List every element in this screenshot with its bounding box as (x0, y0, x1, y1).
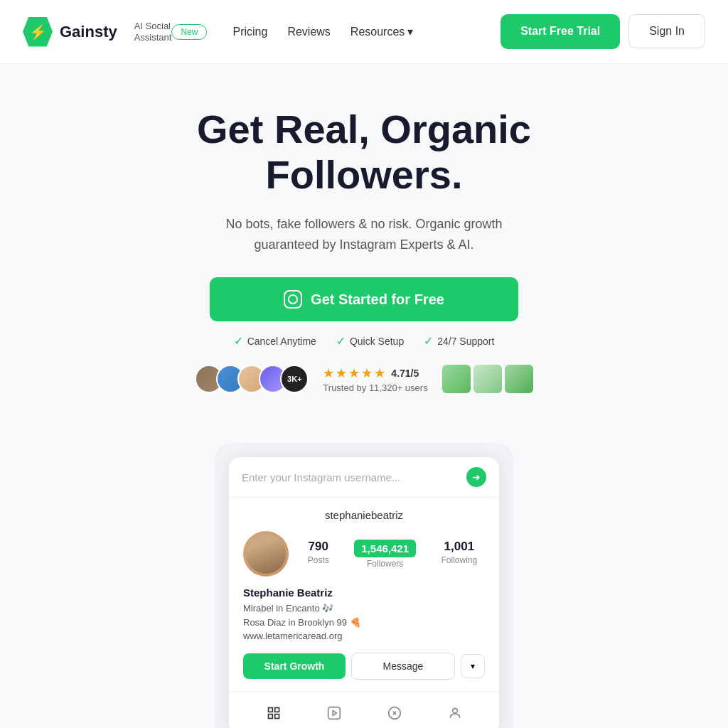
chevron-down-icon: ▾ (407, 25, 413, 38)
hero-section: Get Real, Organic Followers. No bots, fa… (0, 64, 728, 422)
nav-links: New Pricing Reviews Resources ▾ (171, 24, 500, 40)
nav-actions: Start Free Trial Sign In (500, 14, 705, 49)
avatar-group: 3K+ (195, 365, 309, 393)
grid-icon[interactable] (261, 700, 287, 726)
perk-cancel: ✓ Cancel Anytime (234, 334, 316, 348)
profile-name: Stephanie Beatriz (243, 587, 485, 599)
svg-rect-0 (268, 708, 272, 712)
profile-icon[interactable] (442, 700, 468, 726)
logo-text: Gainsty (60, 23, 117, 41)
check-icon: ✓ (424, 334, 433, 348)
hero-title: Get Real, Organic Followers. (151, 107, 577, 198)
profile-avatar (243, 531, 289, 577)
nav-resources[interactable]: Resources ▾ (350, 25, 413, 38)
followers-count: 1,546,421 (354, 540, 416, 557)
stats-row: 790 Posts 1,546,421 Followers 1,001 Foll… (300, 540, 485, 569)
svg-rect-3 (274, 714, 279, 719)
star-2: ★ (336, 365, 347, 381)
logo-icon: ⚡ (23, 17, 53, 47)
trust-text: Trusted by 11,320+ users (323, 382, 427, 393)
avatar-count: 3K+ (280, 365, 309, 393)
get-started-button[interactable]: Get Started for Free (210, 277, 518, 321)
svg-point-7 (452, 709, 457, 714)
navbar: ⚡ Gainsty AI Social Assistant New Pricin… (0, 0, 728, 64)
username-search-bar: Enter your Instagram username... ➜ (229, 457, 499, 498)
action-buttons: Start Growth Message ▾ (229, 653, 499, 691)
svg-rect-4 (328, 707, 340, 719)
start-growth-button[interactable]: Start Growth (243, 653, 346, 679)
nav-reviews[interactable]: Reviews (287, 26, 330, 38)
proof-images (442, 365, 533, 393)
svg-marker-5 (333, 711, 336, 716)
followers-stat: 1,546,421 Followers (354, 540, 416, 569)
instagram-icon (284, 290, 302, 309)
profile-link[interactable]: www.letamericaread.org (243, 631, 485, 641)
demo-section: Enter your Instagram username... ➜ steph… (0, 422, 728, 728)
logo[interactable]: ⚡ Gainsty (23, 17, 117, 47)
search-submit-button[interactable]: ➜ (466, 467, 486, 487)
star-5: ★ (374, 365, 385, 381)
posts-stat: 790 Posts (308, 540, 329, 569)
proof-image-3 (505, 365, 533, 393)
rating-block: ★ ★ ★ ★ ★ 4.71/5 Trusted by 11,320+ user… (323, 365, 427, 393)
check-icon: ✓ (234, 334, 243, 348)
star-rating: ★ ★ ★ ★ ★ 4.71/5 (323, 365, 427, 381)
following-label: Following (441, 555, 478, 565)
star-4: ★ (361, 365, 373, 381)
social-proof: 3K+ ★ ★ ★ ★ ★ 4.71/5 Trusted by 11,320+ … (23, 365, 705, 393)
svg-rect-1 (274, 708, 279, 712)
perks-list: ✓ Cancel Anytime ✓ Quick Setup ✓ 24/7 Su… (23, 334, 705, 348)
star-1: ★ (323, 365, 334, 381)
demo-inner: Enter your Instagram username... ➜ steph… (229, 457, 499, 728)
posts-label: Posts (308, 555, 329, 565)
followers-label: Followers (354, 559, 416, 569)
profile-username: stephaniebeatriz (243, 509, 485, 521)
dropdown-button[interactable]: ▾ (461, 654, 485, 678)
hero-subtitle: No bots, fake followers & no risk. Organ… (208, 214, 520, 255)
profile-row: 790 Posts 1,546,421 Followers 1,001 Foll… (243, 531, 485, 577)
profile-section: stephaniebeatriz 790 Posts 1,546,421 Fol… (229, 498, 499, 653)
svg-rect-2 (268, 714, 272, 719)
rating-score: 4.71/5 (391, 368, 419, 379)
new-badge[interactable]: New (171, 24, 207, 40)
star-3: ★ (348, 365, 360, 381)
nav-pricing[interactable]: Pricing (232, 26, 267, 38)
perk-support: ✓ 24/7 Support (424, 334, 494, 348)
check-icon: ✓ (336, 334, 346, 348)
avatar-image (246, 534, 286, 574)
demo-card: Enter your Instagram username... ➜ steph… (215, 443, 513, 728)
message-button[interactable]: Message (351, 653, 455, 680)
reels-icon[interactable] (321, 700, 347, 726)
following-stat: 1,001 Following (441, 540, 478, 569)
start-free-trial-button[interactable]: Start Free Trial (500, 14, 620, 49)
explore-icon[interactable] (382, 700, 407, 726)
proof-image-1 (442, 365, 471, 393)
username-input-placeholder[interactable]: Enter your Instagram username... (242, 471, 459, 483)
ai-label: AI Social Assistant (134, 21, 172, 43)
following-count: 1,001 (441, 540, 478, 554)
bottom-nav (229, 691, 499, 728)
perk-setup: ✓ Quick Setup (336, 334, 404, 348)
profile-bio: Mirabel in Encanto 🎶 Rosa Diaz in Brookl… (243, 601, 485, 629)
posts-count: 790 (308, 540, 329, 554)
sign-in-button[interactable]: Sign In (628, 14, 705, 48)
proof-image-2 (473, 365, 502, 393)
